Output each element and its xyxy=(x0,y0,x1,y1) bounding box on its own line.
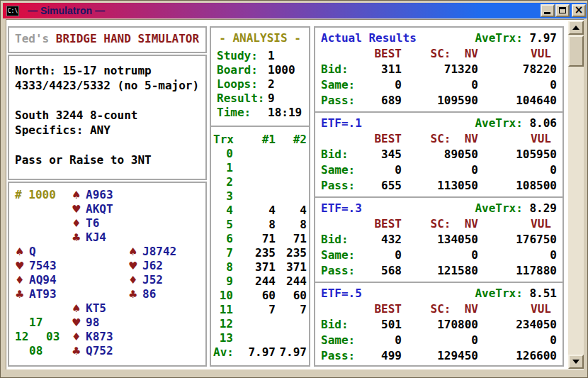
condition-line: 4333/4423/5332 (no 5-major) xyxy=(15,78,205,93)
east-hearts: J62 xyxy=(142,259,163,273)
heart-icon: ♥ xyxy=(15,259,29,273)
south-diamonds: K873 xyxy=(86,330,113,344)
result-row: Pass:499129450126600 xyxy=(315,348,562,364)
row-label: Bid: xyxy=(321,147,361,162)
club-icon: ♣ xyxy=(15,287,29,301)
condition-line xyxy=(15,138,205,152)
trx-v1 xyxy=(233,331,276,345)
trx-v1 xyxy=(233,147,276,161)
stat-value: 18:19 xyxy=(268,106,302,120)
best-value: 432 xyxy=(361,232,402,248)
condition-line: South 3244 8-count xyxy=(15,108,205,123)
avetrx-value: 8.29 xyxy=(529,201,557,215)
result-row: Bid:3117132078220 xyxy=(315,62,562,77)
avetrx-label: AveTrx: xyxy=(475,287,522,300)
result-row: Pass:568121580117880 xyxy=(315,263,562,279)
trx-v1 xyxy=(233,189,276,204)
col-header-best: BEST xyxy=(361,131,402,147)
analysis-panel: - ANALYSIS - Study:1 Board:1000 Loops:2 … xyxy=(210,26,310,367)
result-row: Same:000 xyxy=(315,248,562,263)
result-row: Bid:432134050176750 xyxy=(315,232,562,248)
col-header-vul: VUL xyxy=(478,216,557,232)
trx-row: 106060 xyxy=(211,289,309,303)
minimize-button[interactable] xyxy=(541,4,555,17)
vul-value: 0 xyxy=(478,333,557,348)
west-hearts: 7543 xyxy=(29,259,57,273)
heart-icon: ♥ xyxy=(128,259,142,273)
east-spades: J8742 xyxy=(142,245,176,259)
trx-row: 0 xyxy=(211,147,309,161)
best-value: 0 xyxy=(361,333,402,348)
scroll-down-button[interactable] xyxy=(568,355,584,369)
section-title: Actual Results xyxy=(321,30,417,46)
vertical-scrollbar[interactable] xyxy=(568,21,584,369)
trx-count: 2 xyxy=(213,175,233,189)
stat-label: Study: xyxy=(217,49,268,63)
results-section-actual: Actual Results AveTrx: 7.97 BEST SC: NV … xyxy=(315,28,562,113)
results-section-etf1: ETF=.1 AveTrx: 8.06 BEST SC: NV VUL Bid:… xyxy=(315,113,562,198)
trx-v1: 71 xyxy=(233,232,276,246)
nv-value: 0 xyxy=(402,248,478,263)
trx-v1: 235 xyxy=(233,246,276,260)
row-label: Pass: xyxy=(321,178,361,194)
column-headers: BEST SC: NV VUL xyxy=(315,301,562,317)
trx-v2 xyxy=(276,147,307,161)
trx-v1: 4 xyxy=(233,204,276,218)
best-value: 0 xyxy=(361,77,402,93)
conditions-panel: North: 15-17 notrump 4333/4423/5332 (no … xyxy=(8,55,207,180)
best-value: 568 xyxy=(361,263,402,279)
east-hand: ♠J8742 ♥J62 ♦J52 ♣86 xyxy=(128,245,176,301)
trx-v2: 235 xyxy=(276,246,307,260)
close-button[interactable]: × xyxy=(572,4,586,17)
south-clubs: Q752 xyxy=(86,344,113,358)
south-spades: KT5 xyxy=(86,301,106,316)
result-row: Bid:501170800234050 xyxy=(315,317,562,333)
trx-v1 xyxy=(233,317,276,331)
section-title: ETF=.1 xyxy=(321,116,362,131)
stat-row: Result:9 xyxy=(211,91,309,106)
result-row: Same:000 xyxy=(315,162,562,178)
vul-value: 78220 xyxy=(478,62,557,77)
trx-average-row: Av:7.977.97 xyxy=(211,345,309,360)
scroll-up-button[interactable] xyxy=(568,21,584,35)
divider xyxy=(211,126,309,127)
heart-icon: ♥ xyxy=(72,202,86,216)
window-title: — Simulatron — xyxy=(28,5,105,16)
section-header: Actual Results AveTrx: 7.97 xyxy=(315,30,562,46)
trx-v2: 7 xyxy=(276,303,307,317)
col-header-vul: VUL xyxy=(478,301,557,317)
maximize-button[interactable] xyxy=(555,4,570,17)
heart-icon: ♥ xyxy=(72,316,86,330)
vul-value: 104640 xyxy=(478,93,557,109)
trx-count: 7 xyxy=(213,246,233,260)
section-header: ETF=.5 AveTrx: 8.51 xyxy=(315,286,562,301)
row-label: Bid: xyxy=(321,317,361,333)
app-title-prefix: Ted's xyxy=(15,32,49,45)
spade-icon: ♠ xyxy=(72,301,86,316)
section-title: ETF=.5 xyxy=(321,286,362,301)
col-header-vul: VUL xyxy=(478,131,557,147)
nv-value: 129450 xyxy=(402,348,478,364)
trx-row: 7235235 xyxy=(211,246,309,260)
title-bar: C:\ — Simulatron — × xyxy=(3,3,587,18)
trx-v1 xyxy=(233,161,276,175)
row-label: Same: xyxy=(321,162,361,178)
col-header-nv: SC: NV xyxy=(402,216,478,232)
trx-count: 3 xyxy=(213,189,233,204)
trx-row: 13 xyxy=(211,331,309,345)
maximize-icon xyxy=(559,7,566,13)
trx-count: 4 xyxy=(213,204,233,218)
scrollbar-thumb[interactable] xyxy=(568,35,584,67)
console-icon[interactable]: C:\ xyxy=(6,6,19,16)
stat-row: Time:18:19 xyxy=(211,106,309,120)
nv-value: 109590 xyxy=(402,93,478,109)
avetrx-label: AveTrx: xyxy=(475,201,522,215)
trx-count: 1 xyxy=(213,161,233,175)
trx-v2 xyxy=(276,161,307,175)
stat-row: Study:1 xyxy=(211,49,309,63)
row-label: Same: xyxy=(321,248,361,263)
vul-value: 108500 xyxy=(478,178,557,194)
trx-row: 444 xyxy=(211,204,309,218)
deal-panel: # 1000 ♠A963 ♥AKQT ♦T6 ♣KJ4 ♠Q ♥7543 ♦AQ… xyxy=(8,182,207,367)
trx-v2 xyxy=(276,317,307,331)
